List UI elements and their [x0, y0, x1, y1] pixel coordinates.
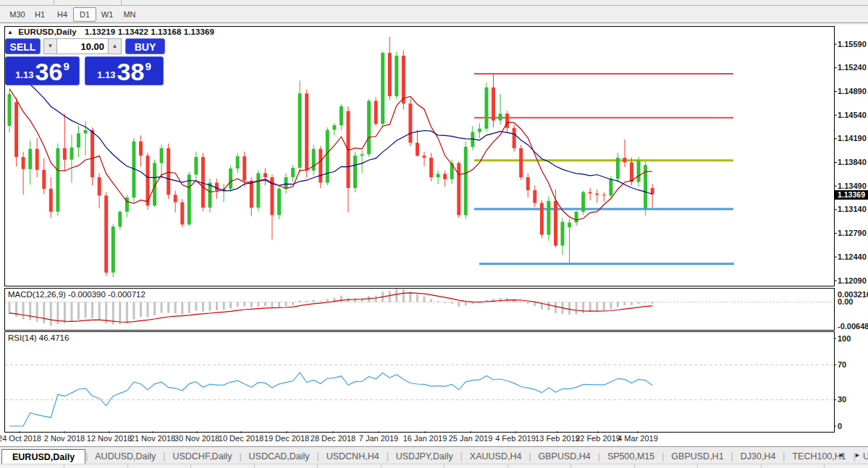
candle-body: [416, 142, 419, 156]
macd-histogram-bar: [85, 302, 87, 318]
macd-histogram-bar: [43, 302, 45, 324]
volume-spinner: ▼ 10.00 ▲: [43, 38, 122, 54]
candle-body: [637, 161, 641, 182]
candle-body: [229, 169, 232, 189]
one-click-trade-panel: SELL ▼ 10.00 ▲ BUY 1.13 36 9 1.13 38 9: [5, 38, 166, 85]
macd-histogram-bar: [167, 302, 169, 313]
candle-body: [609, 179, 612, 195]
sell-price-display[interactable]: 1.13 36 9: [5, 56, 80, 85]
volume-input[interactable]: 10.00: [57, 38, 108, 54]
macd-histogram-bar: [264, 302, 266, 306]
candle-body: [402, 56, 405, 103]
candle-body: [533, 190, 536, 203]
macd-histogram-bar: [534, 302, 536, 307]
candle-body: [28, 149, 32, 169]
volume-decrease-button[interactable]: ▼: [43, 38, 57, 54]
candle-body: [526, 177, 530, 190]
macd-histogram-bar: [292, 302, 294, 305]
candle-body: [8, 94, 12, 126]
macd-histogram-bar: [22, 302, 25, 320]
candle-body: [367, 101, 371, 155]
chart-ohlc-values: 1.13219 1.13422 1.13168 1.13369: [85, 27, 214, 36]
macd-histogram-bar: [257, 302, 259, 307]
macd-histogram-bar: [610, 302, 612, 310]
candle-body: [63, 148, 67, 160]
candle-body: [291, 168, 295, 177]
macd-histogram-bar: [36, 302, 38, 322]
macd-histogram-bar: [278, 302, 280, 307]
macd-histogram-bar: [250, 302, 253, 307]
candle-body: [519, 148, 523, 177]
macd-histogram-bar: [354, 298, 356, 302]
macd-histogram-bar: [389, 291, 391, 302]
candle-body: [250, 181, 253, 208]
candle-body: [616, 158, 620, 179]
macd-histogram-bar: [285, 302, 287, 307]
macd-histogram-bar: [424, 297, 426, 302]
candle-body: [374, 101, 378, 124]
buy-button[interactable]: BUY: [125, 38, 165, 54]
candle-body: [395, 56, 398, 96]
candle-body: [499, 114, 502, 120]
macd-histogram-bar: [229, 302, 232, 309]
macd-histogram-bar: [147, 302, 149, 318]
candle-body: [408, 103, 412, 142]
candle-body: [443, 174, 447, 179]
macd-histogram-bar: [395, 289, 397, 302]
macd-histogram-bar: [547, 302, 549, 310]
candle-body: [651, 188, 654, 194]
candle-body: [160, 148, 164, 163]
macd-histogram-bar: [119, 302, 121, 325]
candle-body: [194, 157, 198, 174]
candle-body: [630, 163, 633, 182]
candle-body: [561, 222, 565, 246]
macd-histogram-bar: [91, 302, 93, 318]
macd-histogram-bar: [555, 302, 557, 313]
macd-histogram-bar: [582, 302, 584, 313]
macd-histogram-bar: [223, 302, 225, 310]
candle-body: [568, 223, 571, 228]
candle-body: [70, 148, 74, 160]
sell-price-big: 36: [35, 61, 63, 82]
candle-body: [208, 183, 212, 208]
candle-body: [187, 174, 191, 224]
macd-histogram-bar: [403, 289, 405, 302]
candle-body: [111, 226, 115, 273]
candle-body: [388, 53, 392, 96]
candle-body: [437, 174, 440, 177]
macd-histogram-bar: [64, 302, 66, 323]
macd-histogram-bar: [375, 296, 377, 302]
buy-price-prefix: 1.13: [97, 69, 115, 80]
candle-body: [277, 189, 281, 215]
macd-histogram-bar: [181, 302, 183, 315]
macd-histogram-bar: [603, 302, 605, 311]
candle-body: [312, 149, 316, 171]
macd-histogram-bar: [568, 302, 570, 315]
macd-histogram-bar: [471, 302, 473, 305]
rsi-label: RSI(14) 46.4716: [8, 333, 69, 342]
candle-body: [457, 163, 460, 215]
sell-button[interactable]: SELL: [5, 38, 41, 54]
candle-body: [236, 156, 240, 169]
candle-body: [381, 53, 384, 124]
volume-increase-button[interactable]: ▲: [108, 38, 122, 54]
candle-body: [139, 142, 143, 156]
candle-body: [243, 156, 246, 181]
macd-histogram-bar: [631, 302, 633, 305]
macd-histogram-bar: [430, 299, 432, 302]
macd-histogram-bar: [132, 302, 135, 320]
candle-body: [492, 88, 495, 121]
candle-body: [540, 203, 544, 235]
candle-body: [14, 102, 18, 157]
macd-histogram-bar: [271, 302, 273, 307]
candle-body: [602, 195, 606, 195]
candle-body: [42, 170, 46, 189]
macd-histogram-bar: [313, 300, 315, 302]
candle-body: [623, 158, 627, 163]
candle-body: [56, 148, 59, 212]
macd-histogram-bar: [29, 302, 31, 320]
buy-price-display[interactable]: 1.13 38 9: [85, 56, 164, 85]
candle-body: [589, 192, 592, 194]
collapse-triangle-icon[interactable]: ▲: [7, 29, 13, 35]
macd-histogram-bar: [209, 302, 211, 311]
